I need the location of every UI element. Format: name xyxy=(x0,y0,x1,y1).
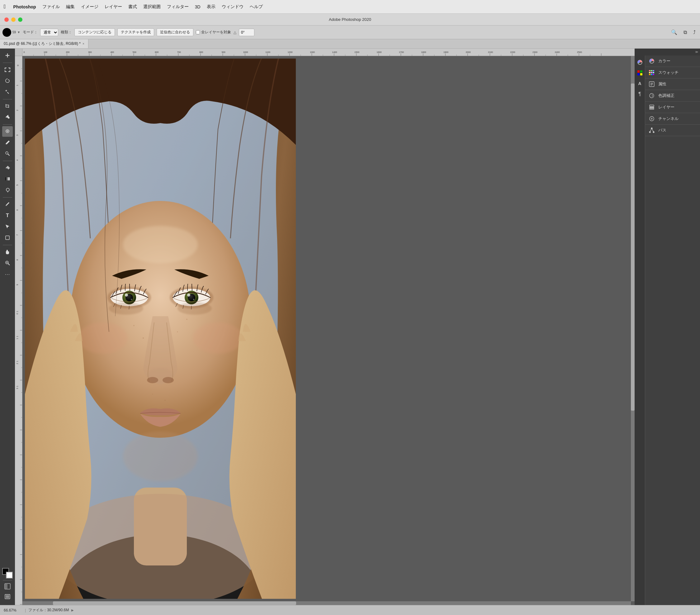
window-minimize-button[interactable] xyxy=(11,17,15,22)
svg-text:0: 0 xyxy=(24,51,25,53)
vertical-scrollbar[interactable] xyxy=(631,56,635,601)
svg-text:1500: 1500 xyxy=(354,51,359,53)
svg-text:800: 800 xyxy=(199,51,203,53)
eyedropper-icon xyxy=(5,115,10,121)
type-label: 種類： xyxy=(61,29,72,35)
status-separator: | xyxy=(25,608,26,613)
svg-rect-204 xyxy=(637,71,640,73)
zoom-tool[interactable] xyxy=(2,258,13,269)
brush-icon xyxy=(5,140,10,146)
color-match-button[interactable]: 近似色に合わせる xyxy=(157,28,193,36)
brush-preset-picker[interactable]: 59 ▼ xyxy=(2,28,20,37)
shape-tool[interactable] xyxy=(2,233,13,243)
all-layers-group[interactable]: 全レイヤーを対象 xyxy=(196,29,231,35)
search-button[interactable]: 🔍 xyxy=(669,29,679,36)
path-select-tool[interactable] xyxy=(2,222,13,232)
path-select-icon xyxy=(5,224,10,230)
panel-row-color[interactable]: カラー xyxy=(645,56,700,67)
quick-mask-button[interactable] xyxy=(2,582,13,591)
background-color[interactable] xyxy=(6,572,13,579)
window-maximize-button[interactable] xyxy=(18,17,22,22)
gradient-tool[interactable] xyxy=(2,174,13,184)
svg-text:0: 0 xyxy=(16,64,19,66)
menu-select[interactable]: 選択範囲 xyxy=(140,3,164,11)
tab-close-button[interactable]: × xyxy=(83,42,84,46)
svg-text:2: 2 xyxy=(16,363,18,364)
brush-dropdown-icon[interactable]: ▼ xyxy=(17,30,20,34)
channels-panel-label: チャンネル xyxy=(658,116,697,122)
color-swatch-area[interactable] xyxy=(2,568,13,579)
angle-input[interactable] xyxy=(239,29,254,36)
canvas-area[interactable]: 0 100 200 300 400 500 600 700 80 xyxy=(15,49,635,605)
heal-brush-tool[interactable] xyxy=(2,126,13,137)
crop-tool[interactable] xyxy=(2,101,13,112)
window-controls xyxy=(4,17,22,22)
brush-tool[interactable] xyxy=(2,137,13,148)
svg-rect-223 xyxy=(650,105,654,107)
move-tool[interactable] xyxy=(2,50,13,61)
layout-button[interactable]: ⧉ xyxy=(682,29,689,36)
more-tools[interactable]: ··· xyxy=(2,269,13,280)
all-layers-checkbox[interactable] xyxy=(196,30,200,34)
pen-tool[interactable] xyxy=(2,199,13,210)
svg-point-194 xyxy=(123,431,198,481)
svg-rect-0 xyxy=(7,92,9,94)
horizontal-scrollbar-thumb[interactable] xyxy=(53,601,297,605)
svg-text:1: 1 xyxy=(16,361,18,362)
menu-layer[interactable]: レイヤー xyxy=(101,3,125,11)
clone-stamp-tool[interactable] xyxy=(2,149,13,159)
title-bar: Adobe Photoshop 2020 xyxy=(0,14,700,26)
panel-row-swatches[interactable]: スウォッチ xyxy=(645,67,700,78)
create-texture-button[interactable]: テクスチャを作成 xyxy=(117,28,154,36)
panel-collapse-toggle[interactable]: ≫ xyxy=(635,49,700,56)
svg-rect-22 xyxy=(22,49,635,56)
screen-mode-button[interactable] xyxy=(2,591,13,602)
panel-row-adjustment[interactable]: 色調補正 xyxy=(645,90,700,101)
menu-file[interactable]: ファイル xyxy=(39,3,63,11)
panel-section-channels: チャンネル xyxy=(645,113,700,125)
panel-row-properties[interactable]: 属性 xyxy=(645,78,700,90)
panel-icon-swatches[interactable] xyxy=(636,69,644,77)
svg-text:1: 1 xyxy=(16,338,18,339)
apple-logo-icon[interactable]:  xyxy=(4,3,6,10)
window-close-button[interactable] xyxy=(4,17,9,22)
panel-icon-paragraph[interactable]: ¶ xyxy=(636,90,644,98)
brush-swatch[interactable] xyxy=(2,28,11,37)
share-button[interactable]: ⤴ xyxy=(691,29,698,36)
svg-point-177 xyxy=(193,322,243,354)
toolbar-separator-bottom xyxy=(3,580,12,580)
menu-photoshop[interactable]: Photoshop xyxy=(10,3,39,11)
svg-text:3: 3 xyxy=(16,388,18,389)
mode-select[interactable]: 通常 xyxy=(40,29,58,36)
panel-section-adjustment: 色調補正 xyxy=(645,90,700,101)
magic-wand-tool[interactable] xyxy=(2,87,13,98)
content-aware-button[interactable]: コンテンツに応じる xyxy=(74,28,115,36)
menu-window[interactable]: ウィンドウ xyxy=(218,3,247,11)
horizontal-scrollbar[interactable] xyxy=(22,601,631,605)
lasso-tool[interactable] xyxy=(2,76,13,86)
menu-image[interactable]: イメージ xyxy=(78,3,101,11)
menu-view[interactable]: 表示 xyxy=(204,3,218,11)
text-tool[interactable]: T xyxy=(2,210,13,221)
hand-tool[interactable] xyxy=(2,247,13,257)
status-arrow[interactable]: ▶ xyxy=(71,608,74,612)
eraser-tool[interactable] xyxy=(2,163,13,173)
vertical-scrollbar-thumb[interactable] xyxy=(631,84,635,410)
file-size-label: ファイル：30.2M/90.6M xyxy=(28,607,69,613)
panel-row-layers[interactable]: レイヤー xyxy=(645,101,700,113)
document-tab[interactable]: 01.psd @ 66.7% (ほくろ・シミ除去, RGB/8) * × xyxy=(0,39,88,48)
menu-help[interactable]: ヘルプ xyxy=(247,3,266,11)
menu-3d[interactable]: 3D xyxy=(192,3,204,11)
panel-row-paths[interactable]: パス xyxy=(645,125,700,136)
layers-panel-label: レイヤー xyxy=(658,104,697,110)
panel-row-channels[interactable]: チャンネル xyxy=(645,113,700,124)
panel-icon-type[interactable]: A xyxy=(636,79,644,88)
dodge-tool[interactable] xyxy=(2,185,13,196)
marquee-tool[interactable] xyxy=(2,64,13,75)
panel-icon-color[interactable] xyxy=(636,58,644,67)
canvas-document xyxy=(25,59,296,599)
menu-edit[interactable]: 編集 xyxy=(63,3,78,11)
menu-format[interactable]: 書式 xyxy=(125,3,140,11)
menu-filter[interactable]: フィルター xyxy=(164,3,192,11)
eyedropper-tool[interactable] xyxy=(2,112,13,123)
